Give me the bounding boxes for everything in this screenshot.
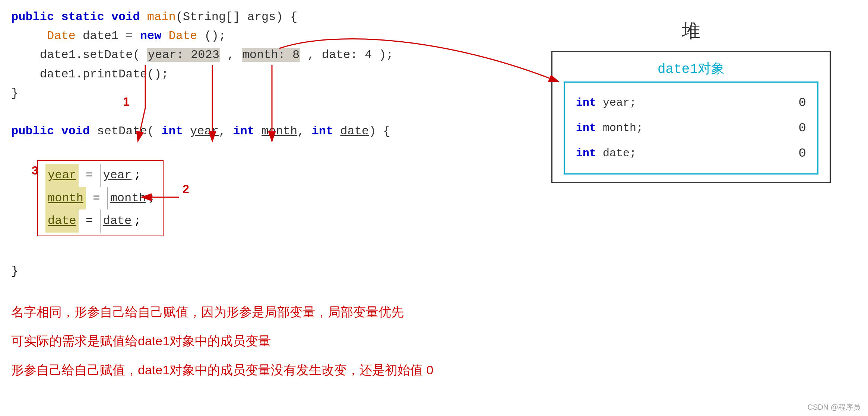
bottom-line-1: 名字相同，形参自己给自己赋值，因为形参是局部变量，局部变量优先 (11, 299, 433, 324)
bottom-text: 名字相同，形参自己给自己赋值，因为形参是局部变量，局部变量优先 可实际的需求是赋… (11, 299, 433, 386)
code-line-7: public void setDate( int year, int month… (11, 122, 393, 141)
kw-new: new (140, 29, 162, 43)
assign-line-3: date = date ; (45, 209, 155, 233)
var-year-right: year (100, 164, 134, 187)
var-month-left: month (45, 187, 86, 210)
main-container: public static void main(String[] args) {… (0, 0, 868, 416)
object-label: date1对象 (564, 60, 818, 78)
assign-line-2: month = month ; (45, 187, 155, 210)
field-row-year: int year; 0 (576, 90, 806, 115)
kw-static: static (61, 10, 104, 24)
var-date-left: date (45, 209, 79, 233)
field-month-value: 0 (799, 115, 806, 141)
annotation-1: 1 (123, 95, 130, 109)
var-year-left: year (45, 164, 79, 187)
bottom-line-2: 可实际的需求是赋值给date1对象中的成员变量 (11, 328, 433, 353)
assign-line-1: year = year ; (45, 164, 155, 187)
code-line-2: Date date1 = new Date (); (11, 26, 393, 45)
stack-title: 堆 (551, 19, 831, 44)
type-date: Date (47, 29, 76, 43)
code-section: public static void main(String[] args) {… (11, 7, 393, 141)
field-row-month: int month; 0 (576, 115, 806, 141)
code-line-4: date1.printDate(); (11, 65, 393, 84)
kw-public: public (11, 10, 54, 24)
stack-section: 堆 date1对象 int year; 0 int month; 0 (551, 19, 831, 183)
code-line-3: date1.setDate( year: 2023 , month: 8 , d… (11, 45, 393, 64)
field-year-value: 0 (799, 90, 806, 115)
code-line-blank (11, 103, 393, 122)
field-date-value: 0 (799, 141, 806, 166)
heap-box: date1对象 int year; 0 int month; 0 int (551, 51, 831, 183)
field-year-name: int year; (576, 92, 636, 114)
code-line-1: public static void main(String[] args) { (11, 7, 393, 26)
param-month: month: 8 (242, 48, 301, 62)
param-year: year: 2023 (147, 48, 220, 62)
assign-box: year = year ; month = month ; date = dat… (37, 160, 164, 236)
code-line-5: } (11, 84, 393, 103)
var-date-right: date (100, 209, 134, 233)
kw-void-main: void (111, 10, 140, 24)
annotation-2: 2 (183, 182, 189, 196)
field-row-date: int date; 0 (576, 141, 806, 166)
watermark: CSDN @程序员 (807, 402, 861, 412)
object-inner: int year; 0 int month; 0 int date; 0 (564, 81, 818, 175)
bottom-line-3: 形参自己给自己赋值，date1对象中的成员变量没有发生改变，还是初始值 0 (11, 357, 433, 383)
field-month-name: int month; (576, 117, 643, 139)
var-month-right: month (107, 187, 148, 210)
annotation-3: 3 (32, 164, 38, 177)
closing-brace: } (11, 264, 18, 278)
field-date-name: int date; (576, 142, 636, 164)
